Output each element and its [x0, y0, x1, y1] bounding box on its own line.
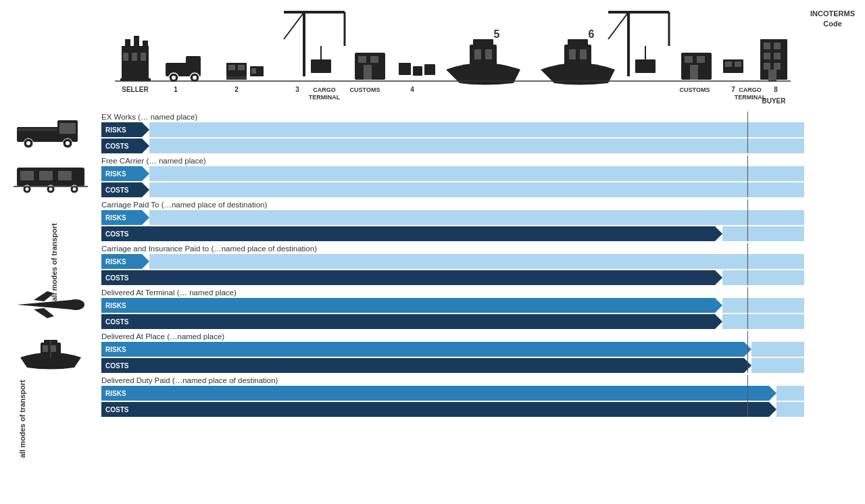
svg-rect-41 [228, 65, 235, 70]
exw-risks-arrow [142, 122, 149, 137]
cpt-risks-arrow [142, 210, 149, 225]
svg-rect-61 [474, 49, 481, 59]
svg-text:1: 1 [174, 86, 178, 93]
exw-costs-label: COSTS [101, 138, 142, 153]
svg-rect-58 [424, 64, 435, 75]
fca-costs-bar: COSTS [101, 182, 804, 197]
dat-risks-bar: RISKS [101, 298, 804, 313]
fca-risks-buyer [149, 166, 804, 181]
svg-point-37 [172, 76, 176, 80]
svg-rect-86 [774, 53, 781, 59]
svg-rect-7 [17, 128, 57, 131]
dap-costs-bar: COSTS [101, 358, 804, 373]
svg-rect-59 [470, 45, 497, 70]
svg-rect-56 [399, 63, 411, 75]
svg-text:7: 7 [731, 86, 735, 93]
dat-risks-arrow [715, 298, 722, 313]
dap-risks-buyer [751, 342, 804, 357]
svg-point-19 [67, 299, 84, 310]
svg-text:CARGO: CARGO [313, 86, 336, 93]
svg-text:4: 4 [410, 86, 414, 93]
cip-costs-bar: COSTS [101, 270, 804, 285]
ddp-title: Delivered Duty Paid (…named place of des… [101, 375, 804, 386]
ddp-costs-label: COSTS [101, 402, 142, 417]
svg-rect-42 [238, 65, 245, 70]
ddp-risks-seller-ext [142, 386, 769, 401]
svg-rect-23 [51, 345, 56, 352]
svg-rect-31 [132, 53, 137, 61]
svg-rect-76 [685, 56, 693, 63]
svg-text:SELLER: SELLER [122, 86, 149, 93]
ddp-group: Delivered Duty Paid (…named place of des… [101, 375, 804, 417]
svg-rect-26 [122, 46, 149, 80]
ddp-vline [747, 375, 748, 417]
cpt-risks-label: RISKS [101, 210, 142, 225]
dap-risks-bar: RISKS [101, 342, 804, 357]
svg-rect-84 [774, 43, 781, 49]
dat-costs-arrow [715, 314, 722, 329]
svg-point-5 [66, 141, 70, 145]
svg-rect-22 [43, 345, 48, 352]
dap-costs-seller-ext [142, 358, 744, 373]
dap-title: Delivered At Place (…named place) [101, 331, 804, 342]
dap-risks-label: RISKS [101, 342, 142, 357]
cip-costs-label: COSTS [101, 270, 142, 285]
cip-risks-label: RISKS [101, 254, 142, 269]
svg-text:2: 2 [234, 86, 239, 93]
svg-text:3: 3 [295, 86, 299, 93]
cpt-costs-buyer [722, 226, 804, 241]
svg-rect-57 [413, 66, 422, 76]
exw-costs-bar: COSTS [101, 138, 804, 153]
dap-group: Delivered At Place (…named place) RISKS … [101, 331, 804, 373]
svg-point-17 [73, 188, 76, 191]
exw-vline [747, 111, 748, 153]
exw-costs-buyer [149, 138, 804, 153]
svg-rect-54 [370, 56, 378, 63]
svg-rect-87 [764, 63, 770, 70]
dat-costs-bar: COSTS [101, 314, 804, 329]
svg-point-39 [193, 76, 197, 80]
svg-rect-10 [39, 171, 53, 180]
dat-risks-label: RISKS [101, 298, 142, 313]
cip-risks-arrow [142, 254, 149, 269]
dap-costs-label: COSTS [101, 358, 142, 373]
cpt-costs-bar: COSTS [101, 226, 804, 241]
svg-rect-83 [764, 43, 770, 49]
cip-risks-bar: RISKS [101, 254, 804, 269]
train-icon [10, 157, 91, 198]
svg-rect-77 [697, 56, 705, 63]
svg-text:CARGO: CARGO [739, 86, 762, 93]
ship-icon [10, 334, 91, 374]
truck-icon [10, 111, 91, 152]
svg-rect-88 [774, 63, 781, 70]
dap-costs-buyer [751, 358, 804, 373]
cip-risks-buyer [149, 254, 804, 269]
cpt-costs-arrow [715, 226, 722, 241]
fca-risks-arrow [142, 166, 149, 181]
fca-title: Free CArrier (… named place) [101, 155, 804, 166]
svg-rect-29 [143, 41, 148, 49]
svg-rect-6 [59, 123, 76, 134]
ddp-risks-label: RISKS [101, 386, 142, 401]
svg-rect-78 [690, 65, 698, 80]
dat-group: Delivered At Terminal (… named place) RI… [101, 287, 804, 329]
fca-risks-bar: RISKS [101, 166, 804, 181]
svg-text:BUYER: BUYER [762, 97, 786, 103]
exw-group: EX Works (… named place) RISKS COSTS EXW [101, 111, 804, 153]
cpt-risks-bar: RISKS [101, 210, 804, 225]
dat-risks-seller-ext [142, 298, 715, 313]
ddp-risks-bar: RISKS [101, 386, 804, 401]
ddp-costs-arrow [769, 402, 776, 417]
dat-costs-label: COSTS [101, 314, 142, 329]
svg-rect-66 [569, 49, 576, 59]
dat-costs-buyer [722, 314, 804, 329]
svg-rect-27 [125, 39, 130, 49]
svg-point-3 [26, 141, 30, 145]
fca-costs-label: COSTS [101, 182, 142, 197]
svg-text:CUSTOMS: CUSTOMS [680, 86, 710, 93]
cpt-costs-label: COSTS [101, 226, 142, 241]
diagram-header: INCOTERMSCode [101, 5, 804, 110]
cip-costs-seller-ext [142, 270, 715, 285]
cip-costs-arrow [715, 270, 722, 285]
ddp-risks-arrow [769, 386, 776, 401]
